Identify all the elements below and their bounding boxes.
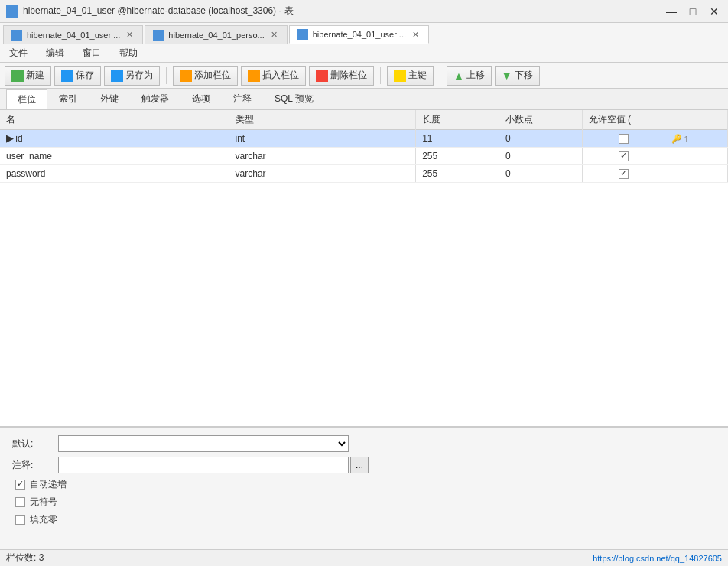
sub-tab-comment-label: 注释 (233, 93, 252, 106)
tab-close-1[interactable]: ✕ (125, 30, 135, 40)
sub-tab-options[interactable]: 选项 (180, 89, 222, 109)
sub-tab-comment[interactable]: 注释 (222, 89, 263, 109)
toolbar-sep-3 (440, 67, 440, 84)
comment-input[interactable] (58, 457, 349, 473)
sub-tab-index-label: 索引 (59, 93, 77, 106)
delcol-label: 删除栏位 (330, 69, 367, 82)
field-decimal-password[interactable]: 0 (499, 165, 582, 183)
save-label: 保存 (76, 69, 94, 82)
table-row[interactable]: ▶ id int 11 0 🔑 1 (0, 130, 728, 148)
field-decimal-username[interactable]: 0 (499, 148, 582, 165)
title-bar-controls: — □ ✕ (664, 4, 722, 19)
field-name-value: user_name (6, 151, 52, 161)
addcol-button[interactable]: 添加栏位 (173, 66, 238, 86)
toolbar: 新建 保存 另存为 添加栏位 插入栏位 删除栏位 主键 ▲ 上移 ▼ 下移 (0, 63, 728, 89)
pk-key-icon: 🔑 1 (671, 134, 688, 144)
tab-close-2[interactable]: ✕ (269, 30, 279, 40)
field-length-password[interactable]: 255 (416, 165, 499, 183)
saveas-label: 另存为 (125, 69, 153, 82)
zerofill-checkbox[interactable] (15, 515, 25, 525)
status-link[interactable]: https://blog.csdn.net/qq_14827605 (593, 554, 722, 563)
app-icon (6, 5, 18, 18)
field-name-username[interactable]: user_name (0, 148, 229, 165)
menu-window[interactable]: 窗口 (80, 45, 104, 61)
menu-file[interactable]: 文件 (6, 45, 31, 61)
unsigned-checkbox[interactable] (15, 497, 25, 507)
tab-bar: hibernate_04_01_user ... ✕ hibernate_04_… (0, 23, 728, 44)
up-button[interactable]: ▲ 上移 (447, 66, 492, 86)
save-button[interactable]: 保存 (54, 66, 101, 86)
comment-label: 注释: (12, 459, 58, 472)
down-icon: ▼ (502, 70, 512, 82)
auto-increment-label: 自动递增 (30, 478, 67, 491)
title-bar: hibernate_04_01_user @hibernate-database… (0, 0, 728, 23)
nullable-checkbox-id[interactable] (619, 134, 629, 144)
maximize-button[interactable]: □ (685, 4, 700, 19)
table-row[interactable]: password varchar 255 0 (0, 165, 728, 183)
th-name: 名 (0, 110, 229, 130)
down-button[interactable]: ▼ 下移 (495, 66, 540, 86)
tab-1[interactable]: hibernate_04_01_user ... ✕ (3, 25, 143, 44)
row-arrow: ▶ (6, 133, 15, 144)
field-nullable-id[interactable] (582, 130, 665, 148)
auto-increment-row: 自动递增 (15, 478, 716, 491)
sub-tab-fk-label: 外键 (100, 93, 119, 106)
field-type-id[interactable]: int (229, 130, 416, 148)
default-row: 默认: (12, 435, 716, 452)
fields-table: 名 类型 长度 小数点 允许空值 ( ▶ id int 11 0 (0, 110, 728, 183)
inscol-button[interactable]: 插入栏位 (241, 66, 306, 86)
sub-tab-index[interactable]: 索引 (47, 89, 89, 109)
field-decimal-id[interactable]: 0 (499, 130, 582, 148)
th-decimal: 小数点 (499, 110, 582, 130)
new-button[interactable]: 新建 (5, 66, 51, 86)
field-nullable-password[interactable] (582, 165, 665, 183)
field-type-username[interactable]: varchar (229, 148, 416, 165)
sub-tab-fk[interactable]: 外键 (89, 89, 130, 109)
table-row[interactable]: user_name varchar 255 0 (0, 148, 728, 165)
toolbar-sep-1 (166, 67, 167, 84)
inscol-icon (248, 70, 260, 82)
pk-button[interactable]: 主键 (387, 66, 434, 86)
field-nullable-username[interactable] (582, 148, 665, 165)
th-type: 类型 (229, 110, 416, 130)
field-extra-username (665, 148, 728, 165)
sub-tab-bar: 栏位 索引 外键 触发器 选项 注释 SQL 预览 (0, 89, 728, 110)
nullable-checkbox-username[interactable] (619, 151, 629, 161)
properties-panel: 默认: 注释: ... 自动递增 无符号 填充零 (0, 427, 728, 549)
minimize-button[interactable]: — (664, 4, 679, 19)
sub-tab-options-label: 选项 (192, 93, 210, 106)
toolbar-sep-2 (380, 67, 381, 84)
addcol-icon (180, 70, 192, 82)
menu-help[interactable]: 帮助 (116, 45, 141, 61)
tab-3[interactable]: hibernate_04_01_user ... ✕ (289, 25, 429, 44)
tab-close-3[interactable]: ✕ (411, 30, 421, 40)
field-name-password[interactable]: password (0, 165, 229, 183)
zerofill-row: 填充零 (15, 513, 716, 526)
delcol-button[interactable]: 删除栏位 (309, 66, 374, 86)
sub-tab-sql[interactable]: SQL 预览 (263, 89, 325, 109)
comment-dots-button[interactable]: ... (350, 457, 369, 473)
field-extra-password (665, 165, 728, 183)
close-button[interactable]: ✕ (707, 4, 722, 19)
sub-tab-fields-label: 栏位 (18, 93, 36, 106)
field-name-value: id (15, 133, 22, 144)
field-length-id[interactable]: 11 (416, 130, 499, 148)
auto-increment-checkbox[interactable] (15, 480, 25, 490)
field-length-username[interactable]: 255 (416, 148, 499, 165)
field-name-id[interactable]: ▶ id (0, 130, 229, 148)
default-select[interactable] (58, 435, 349, 452)
tab-label-1: hibernate_04_01_user ... (27, 31, 120, 40)
zerofill-label: 填充零 (30, 513, 57, 526)
up-label: 上移 (466, 69, 485, 82)
saveas-button[interactable]: 另存为 (104, 66, 160, 86)
pk-label: 主键 (408, 69, 427, 82)
sub-tab-fields[interactable]: 栏位 (6, 89, 47, 109)
tab-2[interactable]: hibernate_04_01_perso... ✕ (145, 25, 287, 44)
field-name-value: password (6, 168, 45, 179)
field-type-password[interactable]: varchar (229, 165, 416, 183)
tab-icon-2 (153, 30, 164, 41)
fields-table-area[interactable]: 名 类型 长度 小数点 允许空值 ( ▶ id int 11 0 (0, 110, 728, 427)
menu-edit[interactable]: 编辑 (43, 45, 67, 61)
sub-tab-trigger[interactable]: 触发器 (130, 89, 180, 109)
nullable-checkbox-password[interactable] (619, 169, 629, 179)
